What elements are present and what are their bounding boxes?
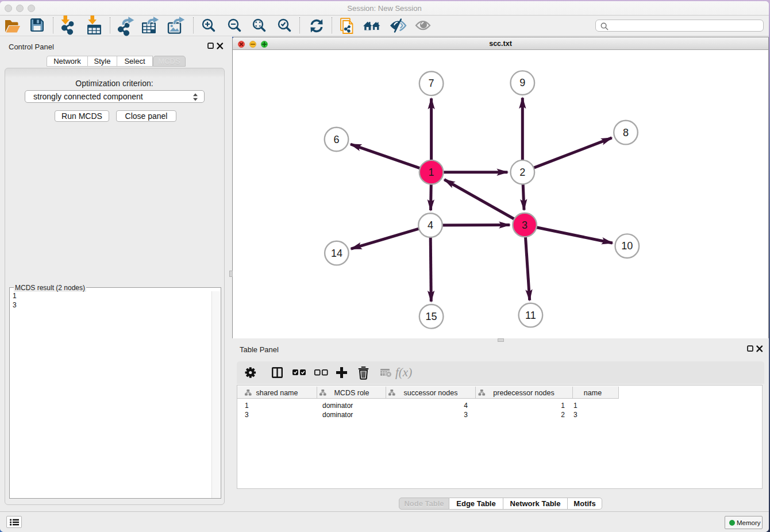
svg-text:6: 6 — [333, 134, 339, 145]
svg-text:15: 15 — [426, 311, 437, 322]
svg-text:9: 9 — [519, 77, 525, 88]
svg-text:1: 1 — [561, 402, 565, 410]
svg-text:2: 2 — [519, 167, 525, 178]
svg-text:14: 14 — [331, 248, 342, 259]
svg-text:11: 11 — [525, 310, 536, 321]
svg-text:4: 4 — [464, 402, 468, 410]
svg-text:predecessor nodes: predecessor nodes — [493, 389, 554, 397]
svg-text:3: 3 — [573, 411, 578, 419]
svg-text:2: 2 — [561, 411, 565, 419]
svg-text:dominator: dominator — [322, 402, 353, 410]
svg-text:3: 3 — [245, 411, 249, 419]
svg-text:f(x): f(x) — [395, 365, 412, 379]
svg-text:dominator: dominator — [322, 411, 353, 419]
svg-text:8: 8 — [623, 127, 629, 138]
svg-text:successor nodes: successor nodes — [404, 389, 458, 397]
svg-text:7: 7 — [429, 78, 434, 89]
svg-text:name: name — [584, 389, 602, 397]
svg-text:1: 1 — [245, 402, 249, 410]
svg-text:1: 1 — [573, 402, 578, 410]
svg-text:shared name: shared name — [256, 389, 298, 397]
svg-text:1: 1 — [429, 167, 434, 178]
svg-text:10: 10 — [621, 240, 633, 252]
svg-text:MCDS role: MCDS role — [334, 389, 369, 397]
svg-text:3: 3 — [522, 219, 528, 231]
svg-text:3: 3 — [464, 411, 468, 419]
svg-text:4: 4 — [428, 219, 433, 231]
